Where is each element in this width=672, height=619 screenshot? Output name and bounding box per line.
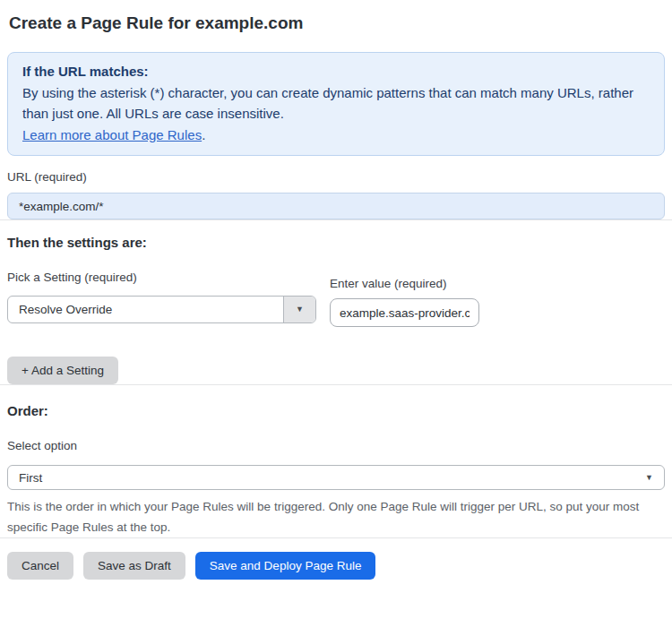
url-input[interactable]	[7, 193, 665, 219]
info-body: By using the asterisk (*) character, you…	[22, 82, 650, 125]
order-help-text: This is the order in which your Page Rul…	[7, 496, 652, 537]
learn-more-link[interactable]: Learn more about Page Rules	[22, 127, 202, 142]
save-and-deploy-button[interactable]: Save and Deploy Page Rule	[195, 552, 376, 580]
info-link-line: Learn more about Page Rules.	[22, 125, 650, 146]
section-divider	[0, 219, 672, 220]
order-select[interactable]: First ▼	[7, 465, 665, 490]
section-divider	[0, 537, 672, 538]
settings-row: Pick a Setting (required) Resolve Overri…	[7, 271, 665, 327]
create-page-rule-form: Create a Page Rule for example.com If th…	[0, 12, 672, 580]
value-field-label: Enter value (required)	[330, 277, 479, 291]
settings-section-heading: Then the settings are:	[7, 235, 665, 251]
setting-dropdown[interactable]: Resolve Override ▼	[7, 296, 316, 323]
url-match-info-callout: If the URL matches: By using the asteris…	[7, 52, 665, 156]
order-select-label: Select option	[7, 439, 665, 453]
setting-value-column: Enter value (required)	[330, 277, 479, 327]
page-title: Create a Page Rule for example.com	[9, 12, 663, 35]
add-setting-button[interactable]: + Add a Setting	[7, 357, 118, 384]
info-heading: If the URL matches:	[22, 61, 650, 82]
url-field-label: URL (required)	[7, 170, 665, 185]
setting-dropdown-value: Resolve Override	[8, 297, 283, 322]
cancel-button[interactable]: Cancel	[7, 552, 73, 580]
chevron-down-icon: ▼	[645, 474, 653, 482]
order-select-value: First	[19, 471, 42, 485]
link-suffix: .	[202, 127, 205, 142]
chevron-down-icon: ▼	[296, 305, 304, 314]
setting-select-label: Pick a Setting (required)	[7, 271, 330, 285]
setting-value-input[interactable]	[330, 298, 479, 327]
save-as-draft-button[interactable]: Save as Draft	[83, 552, 185, 580]
setting-dropdown-arrow-button[interactable]: ▼	[283, 297, 315, 322]
form-actions: Cancel Save as Draft Save and Deploy Pag…	[7, 552, 665, 580]
setting-select-column: Pick a Setting (required) Resolve Overri…	[7, 271, 330, 323]
order-section-heading: Order:	[7, 403, 665, 419]
section-divider	[0, 384, 672, 385]
